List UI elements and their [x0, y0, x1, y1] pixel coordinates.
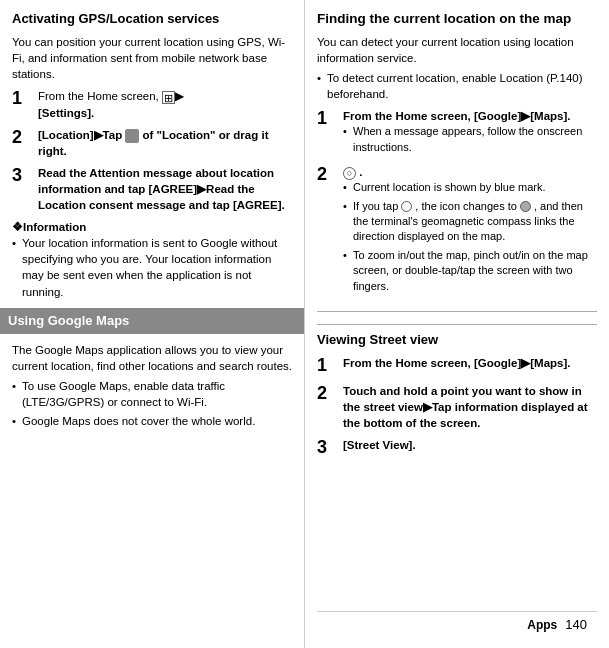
street-step-2-number: 2: [317, 383, 339, 405]
right-step-2-sub-1: Current location is shown by blue mark.: [343, 180, 597, 195]
google-maps-bullet-1: To use Google Maps, enable data traffic …: [12, 378, 292, 410]
step-3-number: 3: [12, 165, 34, 187]
step-1-number: 1: [12, 88, 34, 110]
right-intro: You can detect your current location usi…: [317, 34, 597, 66]
street-step-2: 2 Touch and hold a point you want to sho…: [317, 383, 597, 431]
right-step-2-number: 2: [317, 164, 339, 186]
left-title: Activating GPS/Location services: [12, 10, 292, 28]
street-step-3-text: [Street View].: [343, 437, 597, 453]
google-maps-intro: The Google Maps application allows you t…: [12, 342, 292, 374]
left-column: Activating GPS/Location services You can…: [0, 0, 305, 648]
google-maps-section-bar: Using Google Maps: [0, 308, 304, 334]
right-step-1-text: From the Home screen, [Google]▶[Maps]. W…: [343, 108, 597, 158]
street-step-3-number: 3: [317, 437, 339, 459]
footer-page-number: 140: [565, 616, 587, 634]
right-step-1-sub-1: When a message appears, follow the onscr…: [343, 124, 597, 155]
step-1-text: From the Home screen, ⊞▶ [Settings].: [38, 88, 292, 120]
street-step-1-number: 1: [317, 355, 339, 377]
info-bullet-1: Your location information is sent to Goo…: [12, 235, 292, 299]
viewing-street-section: Viewing Street view 1 From the Home scre…: [317, 318, 597, 465]
right-step-1: 1 From the Home screen, [Google]▶[Maps].…: [317, 108, 597, 158]
left-intro: You can position your current location u…: [12, 34, 292, 82]
viewing-street-title: Viewing Street view: [317, 324, 597, 349]
right-step-2: 2 ○ . Current location is shown by blue …: [317, 164, 597, 297]
step-2-number: 2: [12, 127, 34, 149]
street-step-1-text: From the Home screen, [Google]▶[Maps].: [343, 355, 597, 371]
right-step-2-sub-2: If you tap , the icon changes to , and t…: [343, 199, 597, 245]
google-maps-bullet-2: Google Maps does not cover the whole wor…: [12, 413, 292, 429]
street-step-2-text: Touch and hold a point you want to show …: [343, 383, 597, 431]
footer: Apps 140: [317, 611, 597, 638]
right-top-section: Finding the current location on the map …: [317, 10, 597, 312]
street-step-1: 1 From the Home screen, [Google]▶[Maps].: [317, 355, 597, 377]
step-2-text: [Location]▶Tap of "Location" or drag it …: [38, 127, 292, 159]
left-step-2: 2 [Location]▶Tap of "Location" or drag i…: [12, 127, 292, 159]
step-3-text: Read the Attention message about locatio…: [38, 165, 292, 213]
right-column: Finding the current location on the map …: [305, 0, 609, 648]
page-container: Activating GPS/Location services You can…: [0, 0, 609, 648]
right-title: Finding the current location on the map: [317, 10, 597, 29]
info-section: ❖Information Your location information i…: [12, 219, 292, 299]
right-pre-bullet: To detect current location, enable Locat…: [317, 70, 597, 102]
left-step-3: 3 Read the Attention message about locat…: [12, 165, 292, 213]
footer-apps-label: Apps: [527, 617, 557, 634]
right-step-1-number: 1: [317, 108, 339, 130]
left-step-1: 1 From the Home screen, ⊞▶ [Settings].: [12, 88, 292, 120]
right-step-2-sub-3: To zoom in/out the map, pinch out/in on …: [343, 248, 597, 294]
info-title: ❖Information: [12, 219, 292, 235]
right-step-2-text: ○ . Current location is shown by blue ma…: [343, 164, 597, 297]
street-step-3: 3 [Street View].: [317, 437, 597, 459]
